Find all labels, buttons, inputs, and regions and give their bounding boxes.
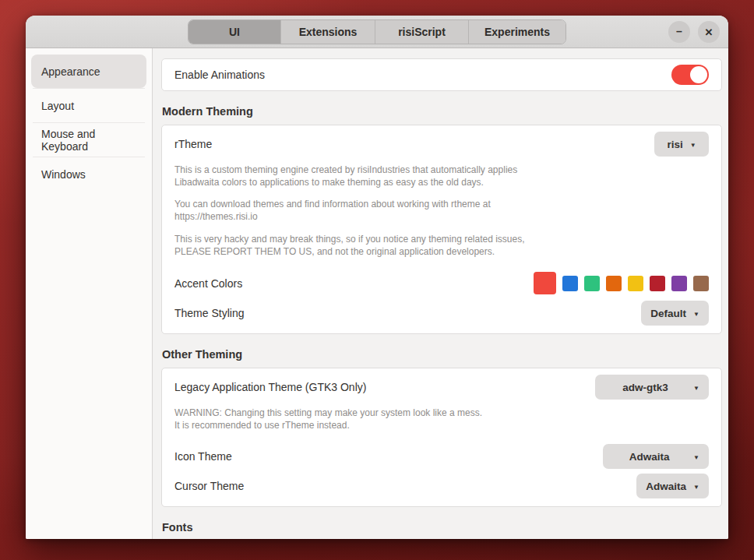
icon-theme-row: Icon Theme Adwaita ▼ — [162, 441, 721, 469]
legacy-theme-row: Legacy Application Theme (GTK3 Only) adw… — [162, 368, 721, 401]
sidebar-item-layout[interactable]: Layout — [31, 89, 146, 122]
theme-styling-row: Theme Styling Default ▼ — [162, 296, 721, 333]
chevron-down-icon: ▼ — [693, 385, 699, 392]
accent-swatch-yellow[interactable] — [628, 276, 643, 291]
icon-theme-value: Adwaita — [612, 451, 686, 463]
section-header-other-theming: Other Theming — [162, 348, 721, 361]
accent-colors-label: Accent Colors — [174, 277, 527, 290]
legacy-theme-dropdown[interactable]: adw-gtk3 ▼ — [595, 375, 709, 400]
enable-animations-toggle[interactable] — [671, 65, 709, 85]
desktop-background: UI Extensions risiScript Experiments – ✕… — [0, 0, 754, 560]
tab-ui[interactable]: UI — [188, 20, 281, 44]
rtheme-label: rTheme — [174, 138, 654, 150]
minimize-button[interactable]: – — [668, 21, 690, 43]
accent-swatch-dark-red[interactable] — [650, 276, 665, 291]
enable-animations-label: Enable Animations — [174, 69, 671, 81]
legacy-theme-warning: WARNING: Changing this setting may make … — [174, 407, 709, 431]
theme-styling-label: Theme Styling — [174, 307, 641, 319]
enable-animations-card: Enable Animations — [161, 58, 722, 91]
section-header-fonts: Fonts — [162, 521, 721, 534]
rtheme-description: This is a custom theming engine created … — [174, 164, 709, 188]
tab-group: UI Extensions risiScript Experiments — [188, 19, 566, 44]
icon-theme-dropdown[interactable]: Adwaita ▼ — [603, 444, 709, 469]
toggle-knob — [690, 66, 707, 83]
tab-experiments[interactable]: Experiments — [469, 20, 566, 44]
other-theming-card: Legacy Application Theme (GTK3 Only) adw… — [161, 368, 722, 507]
window-controls: – ✕ — [668, 21, 720, 43]
chevron-down-icon: ▼ — [693, 454, 699, 461]
chevron-down-icon: ▼ — [693, 484, 699, 491]
theme-styling-value: Default — [650, 308, 686, 319]
close-icon: ✕ — [705, 27, 713, 37]
enable-animations-row: Enable Animations — [162, 59, 721, 90]
cursor-theme-row: Cursor Theme Adwaita ▼ — [162, 469, 721, 506]
accent-swatch-red[interactable] — [534, 272, 556, 294]
chevron-down-icon: ▼ — [690, 142, 696, 149]
legacy-theme-label: Legacy Application Theme (GTK3 Only) — [174, 381, 595, 393]
sidebar: Appearance Layout Mouse and Keyboard Win… — [26, 48, 153, 539]
rtheme-value: risi — [667, 139, 682, 150]
legacy-theme-value: adw-gtk3 — [604, 382, 686, 393]
tab-risiscript[interactable]: risiScript — [375, 20, 469, 44]
rtheme-warning-text: This is very hacky and may break things,… — [174, 234, 709, 258]
main-content: Enable Animations Modern Theming rTheme … — [153, 48, 728, 539]
minimize-icon: – — [676, 26, 682, 37]
rtheme-dropdown[interactable]: risi ▼ — [654, 132, 709, 157]
accent-swatch-purple[interactable] — [671, 276, 687, 291]
accent-swatch-blue[interactable] — [562, 276, 578, 291]
section-header-modern-theming: Modern Theming — [162, 105, 721, 118]
icon-theme-label: Icon Theme — [174, 450, 603, 463]
rtheme-download-info: You can download themes and find informa… — [174, 199, 709, 223]
cursor-theme-value: Adwaita — [646, 481, 686, 492]
accent-swatch-orange[interactable] — [606, 276, 622, 291]
sidebar-item-windows[interactable]: Windows — [31, 157, 146, 191]
chevron-down-icon: ▼ — [693, 311, 699, 318]
cursor-theme-label: Cursor Theme — [174, 480, 636, 492]
settings-window: UI Extensions risiScript Experiments – ✕… — [26, 16, 728, 539]
sidebar-item-mouse-and-keyboard[interactable]: Mouse and Keyboard — [31, 123, 146, 157]
sidebar-item-appearance[interactable]: Appearance — [31, 55, 146, 88]
theme-styling-dropdown[interactable]: Default ▼ — [641, 301, 709, 326]
modern-theming-card: rTheme risi ▼ This is a custom theming e… — [161, 125, 722, 334]
accent-swatch-green[interactable] — [584, 276, 600, 291]
titlebar[interactable]: UI Extensions risiScript Experiments – ✕ — [26, 16, 728, 48]
accent-colors-row: Accent Colors — [162, 269, 721, 296]
rtheme-row: rTheme risi ▼ — [162, 125, 721, 158]
tab-extensions[interactable]: Extensions — [281, 20, 375, 44]
window-body: Appearance Layout Mouse and Keyboard Win… — [26, 48, 728, 539]
accent-swatch-brown[interactable] — [693, 276, 709, 291]
accent-swatch-strip — [527, 272, 709, 294]
cursor-theme-dropdown[interactable]: Adwaita ▼ — [636, 474, 709, 498]
close-button[interactable]: ✕ — [698, 21, 720, 43]
